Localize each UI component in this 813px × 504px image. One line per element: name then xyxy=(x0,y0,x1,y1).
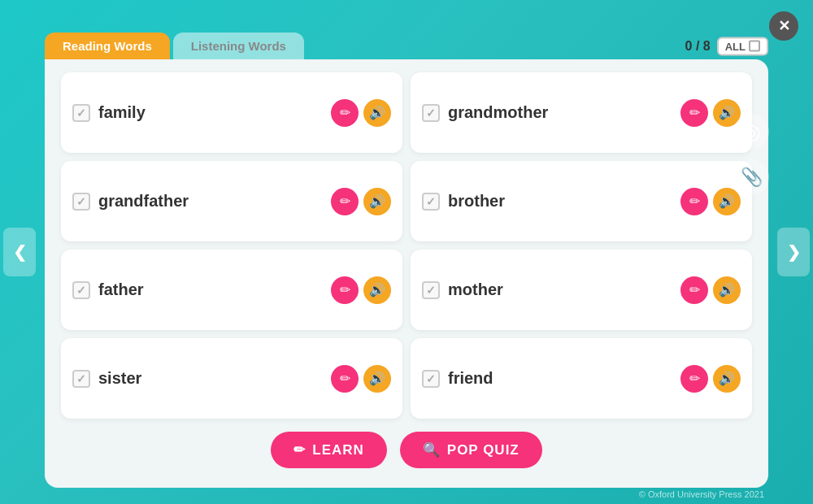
checkbox-friend[interactable]: ✓ xyxy=(422,370,440,388)
checkbox-mother[interactable]: ✓ xyxy=(422,281,440,299)
word-item-mother: ✓ mother ✏ 🔊 xyxy=(411,250,752,330)
check-icon-father: ✓ xyxy=(76,284,86,297)
sound-icon-father: 🔊 xyxy=(369,282,385,298)
audio-button-grandfather[interactable]: 🔊 xyxy=(363,188,391,215)
pencil-icon-mother: ✏ xyxy=(689,282,700,298)
checkbox-family[interactable]: ✓ xyxy=(72,104,90,122)
word-label-father: father xyxy=(98,280,323,299)
learn-button-label: LEARN xyxy=(312,442,364,458)
word-label-sister: sister xyxy=(98,369,323,388)
score-display: 0 / 8 xyxy=(685,39,711,54)
word-actions-father: ✏ 🔊 xyxy=(331,276,391,304)
audio-button-mother[interactable]: 🔊 xyxy=(713,276,741,304)
word-actions-grandmother: ✏ 🔊 xyxy=(680,99,741,127)
learn-pencil-icon: ✏ xyxy=(293,441,306,458)
learn-button[interactable]: ✏ LEARN xyxy=(271,432,387,468)
copyright-text: © Oxford University Press 2021 xyxy=(639,489,764,499)
word-label-brother: brother xyxy=(448,192,672,211)
audio-button-father[interactable]: 🔊 xyxy=(363,276,391,304)
audio-button-family[interactable]: 🔊 xyxy=(363,99,391,127)
tab-listening-words-label: Listening Words xyxy=(191,39,286,53)
tab-bar: Reading Words Listening Words 0 / 8 ALL xyxy=(45,33,768,59)
word-item-father: ✓ father ✏ 🔊 xyxy=(61,250,402,330)
pencil-icon-sister: ✏ xyxy=(340,371,350,386)
edit-button-sister[interactable]: ✏ xyxy=(331,365,359,393)
pencil-icon-grandfather: ✏ xyxy=(340,193,350,209)
word-actions-sister: ✏ 🔊 xyxy=(331,365,391,393)
checkbox-grandmother[interactable]: ✓ xyxy=(422,104,440,122)
tab-reading-words[interactable]: Reading Words xyxy=(45,33,170,59)
word-item-sister: ✓ sister ✏ 🔊 xyxy=(61,338,402,419)
check-icon-grandmother: ✓ xyxy=(426,106,436,119)
pencil-icon-family: ✏ xyxy=(340,105,350,120)
close-icon: ✕ xyxy=(778,17,790,35)
edit-button-grandfather[interactable]: ✏ xyxy=(331,188,359,215)
sound-icon-grandfather: 🔊 xyxy=(369,193,385,209)
words-card: ✓ family ✏ 🔊 ✓ grandmother xyxy=(45,59,768,488)
sound-icon-grandmother: 🔊 xyxy=(719,105,735,120)
sound-icon-mother: 🔊 xyxy=(719,282,735,298)
check-icon-mother: ✓ xyxy=(426,284,436,297)
checkbox-sister[interactable]: ✓ xyxy=(72,370,90,388)
tab-listening-words[interactable]: Listening Words xyxy=(173,33,304,59)
edit-button-grandmother[interactable]: ✏ xyxy=(680,99,708,127)
check-icon-sister: ✓ xyxy=(76,372,86,385)
word-item-grandmother: ✓ grandmother ✏ 🔊 xyxy=(411,72,752,153)
edit-button-friend[interactable]: ✏ xyxy=(680,365,708,393)
pop-quiz-button[interactable]: 🔍 POP QUIZ xyxy=(400,432,542,468)
audio-button-friend[interactable]: 🔊 xyxy=(713,365,741,393)
right-icon-panel: ◎ 📎 xyxy=(733,114,769,195)
check-icon-family: ✓ xyxy=(76,106,86,119)
word-item-brother: ✓ brother ✏ 🔊 xyxy=(411,161,752,241)
bottom-bar: ✏ LEARN 🔍 POP QUIZ xyxy=(61,419,752,475)
all-badge-label: ALL xyxy=(725,40,746,52)
sound-icon-brother: 🔊 xyxy=(719,193,735,209)
check-icon-friend: ✓ xyxy=(426,372,436,385)
pop-quiz-search-icon: 🔍 xyxy=(423,441,441,458)
chevron-right-icon: ❯ xyxy=(787,242,801,262)
sound-icon-friend: 🔊 xyxy=(719,371,735,386)
pop-quiz-button-label: POP QUIZ xyxy=(447,442,520,458)
edit-button-mother[interactable]: ✏ xyxy=(680,276,708,304)
edit-button-father[interactable]: ✏ xyxy=(331,276,359,304)
word-label-grandmother: grandmother xyxy=(448,103,672,122)
word-label-friend: friend xyxy=(448,369,672,388)
word-label-mother: mother xyxy=(448,280,672,299)
copyright-label: © Oxford University Press 2021 xyxy=(639,489,764,499)
pencil-icon-father: ✏ xyxy=(340,282,350,298)
pencil-icon-friend: ✏ xyxy=(689,371,700,386)
word-grid: ✓ family ✏ 🔊 ✓ grandmother xyxy=(61,72,752,419)
nav-right-arrow[interactable]: ❯ xyxy=(777,228,810,276)
word-actions-mother: ✏ 🔊 xyxy=(680,276,741,304)
main-container: Reading Words Listening Words 0 / 8 ALL … xyxy=(45,33,768,488)
checkbox-square-icon xyxy=(749,41,760,52)
pencil-icon-brother: ✏ xyxy=(689,193,700,209)
checkbox-father[interactable]: ✓ xyxy=(72,281,90,299)
sound-icon-sister: 🔊 xyxy=(369,371,385,386)
paperclip-icon[interactable]: 📎 xyxy=(733,159,769,195)
word-item-grandfather: ✓ grandfather ✏ 🔊 xyxy=(61,161,402,241)
check-icon-grandfather: ✓ xyxy=(76,195,86,208)
word-label-family: family xyxy=(98,103,323,122)
check-icon-brother: ✓ xyxy=(426,195,436,208)
audio-button-sister[interactable]: 🔊 xyxy=(363,365,391,393)
checkbox-brother[interactable]: ✓ xyxy=(422,193,440,211)
word-actions-brother: ✏ 🔊 xyxy=(680,188,741,215)
sound-icon-family: 🔊 xyxy=(369,105,385,120)
close-button[interactable]: ✕ xyxy=(769,11,798,41)
pencil-icon-grandmother: ✏ xyxy=(689,105,700,120)
edit-button-family[interactable]: ✏ xyxy=(331,99,359,127)
word-actions-grandfather: ✏ 🔊 xyxy=(331,188,391,215)
nav-left-arrow[interactable]: ❮ xyxy=(3,228,36,276)
word-label-grandfather: grandfather xyxy=(98,192,323,211)
tab-reading-words-label: Reading Words xyxy=(63,39,152,53)
all-badge[interactable]: ALL xyxy=(717,37,768,55)
score-area: 0 / 8 ALL xyxy=(685,37,768,55)
chevron-left-icon: ❮ xyxy=(13,242,27,262)
edit-button-brother[interactable]: ✏ xyxy=(680,188,708,215)
word-actions-friend: ✏ 🔊 xyxy=(680,365,741,393)
checkbox-grandfather[interactable]: ✓ xyxy=(72,193,90,211)
word-actions-family: ✏ 🔊 xyxy=(331,99,391,127)
word-item-family: ✓ family ✏ 🔊 xyxy=(61,72,402,153)
target-icon[interactable]: ◎ xyxy=(733,114,769,150)
